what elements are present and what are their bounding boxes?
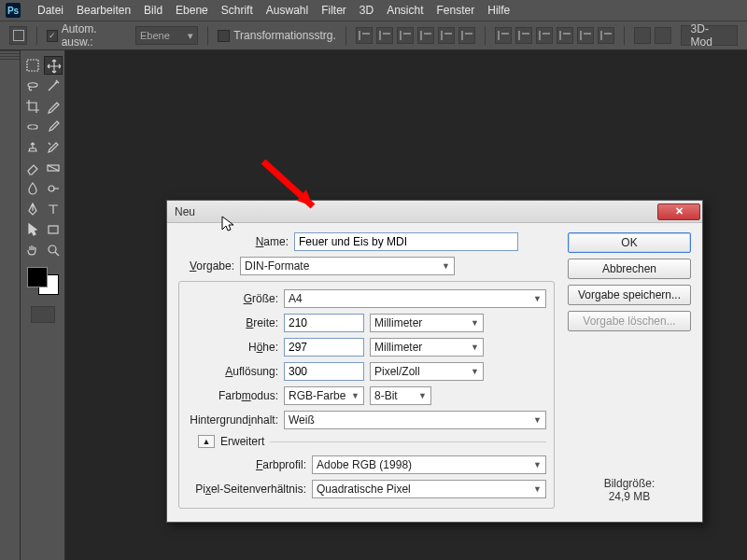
distribute-icon[interactable] (536, 27, 553, 44)
color-profile-value: Adobe RGB (1998) (317, 458, 412, 471)
marquee-tool-icon[interactable] (23, 56, 42, 75)
dialog-title: Neu (175, 205, 195, 218)
menu-datei[interactable]: Datei (37, 4, 63, 17)
height-unit-select[interactable]: Millimeter▼ (370, 338, 484, 357)
rectangle-tool-icon[interactable] (44, 220, 63, 239)
height-unit-value: Millimeter (374, 341, 422, 354)
move-tool-icon[interactable] (44, 56, 63, 75)
distribute-icon[interactable] (577, 27, 594, 44)
healing-brush-tool-icon[interactable] (23, 118, 42, 136)
separator (345, 26, 346, 45)
color-mode-select[interactable]: RGB-Farbe▼ (284, 386, 364, 405)
preset-select[interactable]: DIN-Formate▼ (240, 257, 455, 275)
history-brush-tool-icon[interactable] (44, 138, 63, 157)
name-input[interactable] (294, 232, 518, 251)
zoom-tool-icon[interactable] (44, 241, 63, 259)
dodge-tool-icon[interactable] (44, 179, 63, 198)
color-profile-label: Farbprofil: (187, 458, 306, 471)
svg-point-5 (49, 245, 56, 253)
distribute-icon[interactable] (495, 27, 512, 44)
cancel-button[interactable]: Abbrechen (568, 259, 691, 279)
size-select[interactable]: A4▼ (284, 289, 546, 308)
align-icon[interactable] (356, 27, 373, 44)
workspace-tab[interactable]: 3D-Mod (681, 25, 738, 46)
size-label: Größe: (187, 292, 278, 305)
width-unit-select[interactable]: Millimeter▼ (370, 314, 484, 332)
menu-hilfe[interactable]: Hilfe (487, 4, 510, 17)
width-input[interactable] (284, 314, 364, 332)
save-preset-button[interactable]: Vorgabe speichern... (568, 285, 691, 305)
height-input[interactable] (284, 338, 364, 357)
resolution-label: Auflösung: (187, 365, 278, 378)
separator (624, 26, 625, 45)
pixel-aspect-select[interactable]: Quadratische Pixel▼ (312, 480, 546, 498)
size-value: A4 (289, 292, 303, 305)
blur-tool-icon[interactable] (23, 179, 42, 198)
distribute-icon[interactable] (515, 27, 532, 44)
pen-tool-icon[interactable] (23, 200, 42, 218)
menu-bearbeiten[interactable]: Bearbeiten (77, 4, 131, 17)
hand-tool-icon[interactable] (23, 241, 42, 259)
svg-rect-0 (27, 60, 38, 71)
toolbox (21, 50, 65, 560)
quick-mask-icon[interactable] (31, 306, 55, 323)
image-size-value: 24,9 MB (568, 490, 691, 503)
magic-wand-tool-icon[interactable] (44, 77, 63, 95)
align-icon[interactable] (458, 27, 475, 44)
auto-select-checkbox[interactable]: ✓ (47, 30, 58, 42)
menu-3d[interactable]: 3D (359, 4, 374, 17)
menu-ebene[interactable]: Ebene (176, 4, 208, 17)
distribute-icon[interactable] (598, 27, 614, 44)
eyedropper-tool-icon[interactable] (44, 97, 63, 116)
menu-filter[interactable]: Filter (321, 4, 346, 17)
auto-align-icon[interactable] (634, 27, 651, 44)
separator (207, 26, 208, 45)
advanced-toggle[interactable]: ▲ (198, 435, 215, 448)
lasso-tool-icon[interactable] (23, 77, 42, 95)
background-label: Hintergrundinhalt: (187, 413, 278, 427)
menu-auswahl[interactable]: Auswahl (266, 4, 308, 17)
gradient-tool-icon[interactable] (44, 159, 63, 177)
align-icon[interactable] (417, 27, 434, 44)
move-tool-icon[interactable] (9, 26, 27, 45)
color-mode-label: Farbmodus: (187, 389, 278, 402)
auto-select-option[interactable]: ✓ Autom. ausw.: (47, 22, 126, 49)
transform-controls-checkbox[interactable] (218, 30, 230, 42)
menu-bar: Ps Datei Bearbeiten Bild Ebene Schrift A… (0, 0, 747, 21)
color-profile-select[interactable]: Adobe RGB (1998)▼ (312, 455, 546, 474)
menu-schrift[interactable]: Schrift (221, 4, 253, 17)
close-button[interactable]: ✕ (657, 203, 700, 220)
distribute-icons (495, 27, 614, 44)
path-selection-tool-icon[interactable] (23, 220, 42, 239)
bit-depth-select[interactable]: 8-Bit▼ (370, 386, 431, 405)
width-label: Breite: (187, 316, 278, 329)
resolution-input[interactable] (284, 362, 364, 381)
dialog-titlebar[interactable]: Neu ✕ (167, 201, 702, 223)
app-logo: Ps (6, 3, 21, 18)
background-select[interactable]: Weiß▼ (284, 411, 546, 429)
align-icon[interactable] (397, 27, 414, 44)
brush-tool-icon[interactable] (44, 118, 63, 136)
clone-stamp-tool-icon[interactable] (23, 138, 42, 157)
distribute-icon[interactable] (557, 27, 573, 44)
auto-align-icon[interactable] (655, 27, 671, 44)
menu-ansicht[interactable]: Ansicht (387, 4, 423, 17)
transform-controls-label: Transformationsstrg. (233, 29, 336, 42)
crop-tool-icon[interactable] (23, 97, 42, 116)
ok-button[interactable]: OK (568, 232, 691, 253)
size-group: Größe: A4▼ Breite: Millimeter▼ Höhe: Mil… (178, 281, 555, 509)
menu-bild[interactable]: Bild (144, 4, 162, 17)
menu-fenster[interactable]: Fenster (437, 4, 475, 17)
separator (36, 26, 37, 45)
foreground-swatch[interactable] (27, 267, 48, 287)
new-document-dialog: Neu ✕ Name: Vorgabe: DIN-Formate▼ G (166, 200, 703, 523)
svg-point-3 (49, 186, 54, 191)
color-swatches[interactable] (27, 267, 59, 295)
align-icon[interactable] (376, 27, 393, 44)
auto-select-target[interactable]: Ebene▾ (135, 26, 198, 45)
align-icon[interactable] (438, 27, 455, 44)
transform-controls-option[interactable]: Transformationsstrg. (218, 29, 336, 42)
resolution-unit-select[interactable]: Pixel/Zoll▼ (370, 362, 484, 381)
type-tool-icon[interactable] (44, 200, 63, 218)
eraser-tool-icon[interactable] (23, 159, 42, 177)
